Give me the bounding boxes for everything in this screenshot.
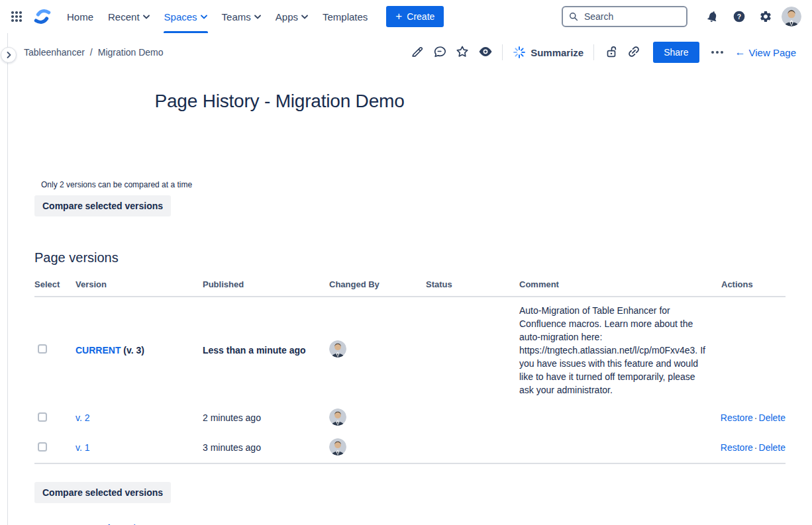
page-versions-table: Select Version Published Changed By Stat… (34, 277, 786, 464)
actions-cell: Restore·Delete (711, 403, 786, 433)
view-page-link[interactable]: ← View Page (735, 47, 796, 58)
changed-by-avatar (329, 408, 346, 426)
compare-selected-versions-button-bottom[interactable]: Compare selected versions (34, 482, 171, 503)
sidebar-expand-button[interactable] (1, 47, 17, 63)
nav-item-label: Teams (222, 11, 251, 23)
breadcrumb-space-link[interactable]: Tableenhancer (24, 47, 85, 58)
version-link[interactable]: v. 1 (76, 442, 90, 453)
back-arrow-icon: ← (735, 47, 746, 58)
published-cell: Less than a minute ago (203, 297, 329, 403)
app-switcher-button[interactable] (7, 6, 26, 27)
restore-link[interactable]: Restore (721, 442, 753, 453)
nav-item-label: Home (67, 11, 93, 23)
restore-link[interactable]: Restore (721, 412, 753, 423)
confluence-logo-icon (33, 7, 52, 26)
user-avatar[interactable] (782, 7, 801, 26)
nav-item-teams[interactable]: Teams (215, 0, 268, 33)
help-button[interactable]: ? (729, 6, 750, 27)
column-header-select: Select (34, 277, 76, 297)
star-icon (455, 44, 470, 59)
search-box[interactable] (562, 6, 687, 27)
action-separator: · (754, 412, 758, 423)
nav-item-label: Templates (323, 11, 368, 23)
nav-item-label: Spaces (164, 11, 197, 23)
nav-item-label: Recent (108, 11, 140, 23)
create-button-label: Create (407, 11, 434, 22)
actions-cell: Restore·Delete (711, 433, 786, 463)
app-grid-icon (11, 11, 22, 22)
comments-button[interactable] (429, 42, 451, 63)
bell-icon (706, 9, 719, 24)
search-icon (569, 11, 578, 22)
restrictions-button[interactable] (600, 42, 623, 63)
version-link[interactable]: CURRENT (76, 345, 121, 356)
column-header-published: Published (203, 277, 329, 297)
column-header-status: Status (426, 277, 519, 297)
eye-icon (478, 44, 493, 60)
comment-cell (519, 433, 711, 463)
chevron-down-icon (201, 15, 207, 19)
version-checkbox[interactable] (38, 412, 47, 422)
version-checkbox[interactable] (38, 442, 47, 452)
chevron-down-icon (254, 15, 261, 19)
delete-link[interactable]: Delete (759, 442, 786, 453)
changed-by-avatar (329, 340, 346, 358)
favorite-button[interactable] (451, 42, 474, 63)
chevron-down-icon (301, 15, 308, 19)
nav-item-spaces[interactable]: Spaces (157, 0, 215, 33)
page-header: Tableenhancer / Migration Demo (8, 33, 812, 68)
column-header-actions: Actions (711, 277, 786, 297)
version-row-2: v. 2 2 minutes ago Restore·Delete (34, 403, 786, 433)
version-row-current: CURRENT (v. 3) Less than a minute ago Au… (34, 297, 786, 403)
link-icon (627, 44, 641, 59)
svg-text:?: ? (737, 13, 741, 21)
more-actions-button[interactable] (706, 42, 729, 63)
version-row-1: v. 1 3 minutes ago Restore·Delete (34, 433, 786, 463)
page-history-content: Page History - Migration Demo Only 2 ver… (8, 90, 812, 525)
question-icon: ? (733, 9, 746, 24)
nav-item-apps[interactable]: Apps (268, 0, 315, 33)
delete-link[interactable]: Delete (759, 412, 786, 423)
copy-link-button[interactable] (623, 42, 645, 63)
ellipsis-icon (711, 51, 714, 54)
summarize-button[interactable]: Summarize (509, 42, 587, 63)
comment-cell (519, 403, 711, 433)
edit-button[interactable] (406, 42, 429, 63)
watch-button[interactable] (474, 42, 496, 63)
sidebar-rail (0, 33, 8, 525)
status-cell (426, 403, 519, 433)
return-to-page-information-link[interactable]: Return to Page Information (34, 523, 146, 525)
column-header-changed-by: Changed By (329, 277, 426, 297)
search-input[interactable] (583, 11, 680, 23)
confluence-logo[interactable] (29, 3, 56, 30)
version-link[interactable]: v. 2 (76, 412, 90, 423)
breadcrumb-page-link[interactable]: Migration Demo (98, 47, 164, 58)
toolbar-divider (593, 44, 594, 60)
share-button[interactable]: Share (653, 42, 699, 63)
column-header-version: Version (76, 277, 203, 297)
nav-item-label: Apps (276, 11, 298, 23)
compare-selected-versions-button-top[interactable]: Compare selected versions (34, 195, 171, 216)
notifications-button[interactable] (702, 6, 723, 27)
view-page-label: View Page (749, 47, 796, 58)
nav-item-templates[interactable]: Templates (315, 0, 375, 33)
pencil-icon (410, 44, 425, 59)
actions-cell (711, 297, 786, 403)
status-cell (426, 297, 519, 403)
create-button[interactable]: + Create (386, 6, 444, 27)
chevron-down-icon (143, 15, 150, 19)
table-header-row: Select Version Published Changed By Stat… (34, 277, 786, 297)
nav-item-recent[interactable]: Recent (101, 0, 157, 33)
plus-icon: + (395, 11, 402, 22)
page-versions-heading: Page versions (34, 250, 796, 265)
chevron-right-icon (6, 52, 12, 58)
comment-icon (432, 44, 447, 59)
page-toolbar: Summarize Share (406, 42, 796, 63)
nav-item-home[interactable]: Home (60, 0, 101, 33)
version-checkbox[interactable] (38, 344, 47, 354)
share-button-label: Share (664, 47, 688, 58)
settings-button[interactable] (755, 6, 776, 27)
version-suffix: (v. 3) (121, 345, 144, 356)
published-cell: 3 minutes ago (203, 433, 329, 463)
user-avatar-image (782, 7, 801, 26)
